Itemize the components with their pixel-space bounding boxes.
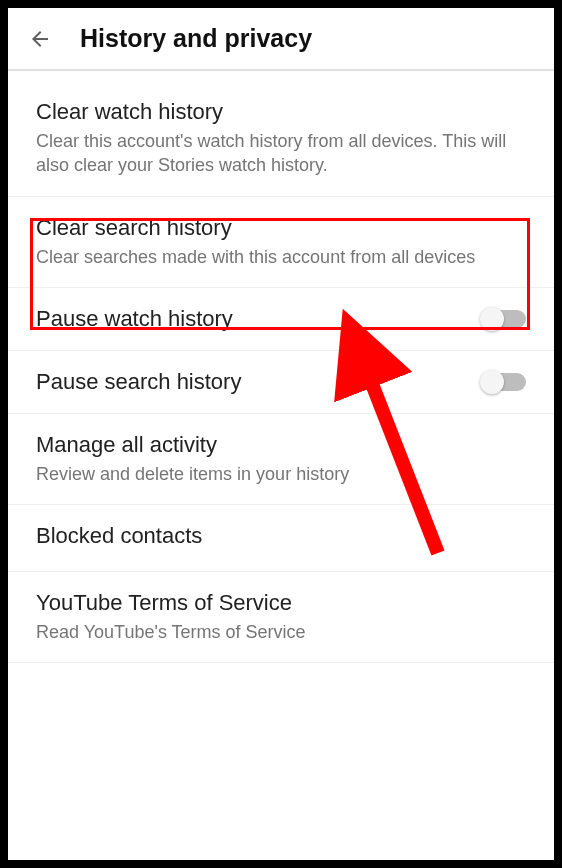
blocked-contacts-item[interactable]: Blocked contacts (8, 505, 554, 572)
item-description: Read YouTube's Terms of Service (36, 620, 526, 644)
settings-list: Clear watch history Clear this account's… (8, 71, 554, 663)
item-title: Clear search history (36, 215, 526, 241)
item-description: Clear this account's watch history from … (36, 129, 526, 178)
clear-search-history-item[interactable]: Clear search history Clear searches made… (8, 197, 554, 288)
item-title: Blocked contacts (36, 523, 526, 549)
pause-watch-toggle[interactable] (482, 310, 526, 328)
item-title: Pause search history (36, 369, 241, 395)
item-title: Clear watch history (36, 99, 526, 125)
toggle-knob (480, 370, 504, 394)
pause-search-history-item[interactable]: Pause search history (8, 351, 554, 414)
page-title: History and privacy (80, 24, 312, 53)
clear-watch-history-item[interactable]: Clear watch history Clear this account's… (8, 71, 554, 197)
header: History and privacy (8, 8, 554, 71)
manage-all-activity-item[interactable]: Manage all activity Review and delete it… (8, 414, 554, 505)
item-title: YouTube Terms of Service (36, 590, 526, 616)
youtube-terms-item[interactable]: YouTube Terms of Service Read YouTube's … (8, 572, 554, 663)
pause-search-toggle[interactable] (482, 373, 526, 391)
item-description: Clear searches made with this account fr… (36, 245, 526, 269)
pause-watch-history-item[interactable]: Pause watch history (8, 288, 554, 351)
item-description: Review and delete items in your history (36, 462, 526, 486)
settings-screen: History and privacy Clear watch history … (8, 8, 554, 860)
item-title: Manage all activity (36, 432, 526, 458)
item-title: Pause watch history (36, 306, 233, 332)
toggle-knob (480, 307, 504, 331)
back-arrow-icon[interactable] (28, 27, 52, 51)
